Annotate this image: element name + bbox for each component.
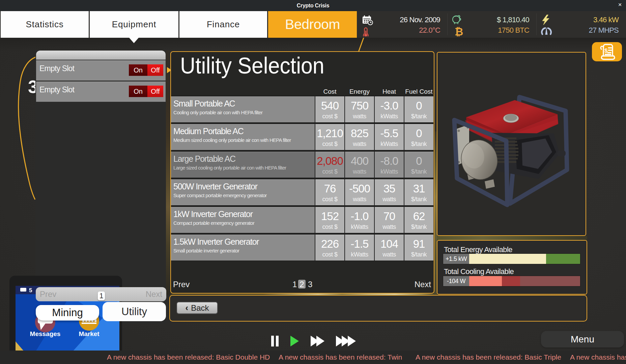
svg-text:5: 5 [29,287,32,294]
svg-text:$: $ [604,48,608,54]
